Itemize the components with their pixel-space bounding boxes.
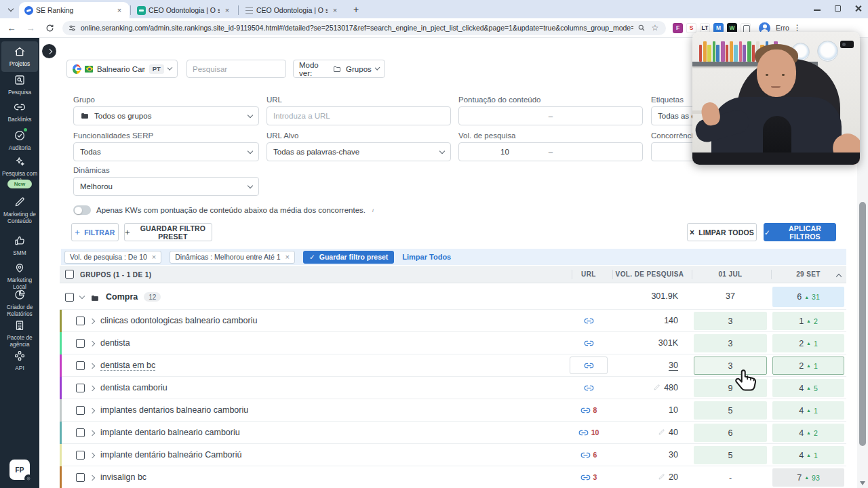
sidebar-item-backlinks[interactable]: Backlinks [0,101,39,123]
search-in-page-icon[interactable] [636,22,647,33]
keyword-text[interactable]: dentista [100,338,130,348]
group-row[interactable]: Compra 12 301.9K 37 6 ▲ 31 [60,284,846,310]
browser-menu-icon[interactable]: ⋮ [793,23,802,33]
dinamicas-select[interactable]: Melhorou [73,177,259,196]
groups-header[interactable]: GRUPOS (1 - 1 DE 1) [80,271,151,279]
tab-close-icon[interactable]: × [330,5,340,15]
view-mode-selector[interactable]: Modo ver: Grupos [293,60,385,78]
table-row[interactable]: implante dentario balneario camboriu1040… [60,422,846,444]
keyword-text[interactable]: implante dentário balneário Camboriú [100,450,241,460]
position-jul-cell[interactable]: 3 [694,312,767,330]
table-row[interactable]: dentista301K32▲1 [60,332,846,354]
chevron-down-icon[interactable] [79,293,85,298]
extension-icon-f[interactable]: F [673,23,683,33]
sidebar-item-auditoria[interactable]: Auditoria [0,129,39,152]
position-set-cell[interactable]: 7▲93 [772,468,844,487]
chip-remove-icon[interactable]: × [152,253,156,261]
keyword-text[interactable]: dentista camboriu [100,383,167,392]
grupo-select[interactable]: Todos os grupos [73,106,259,125]
keyword-text[interactable]: clinicas odontologicas balneario cambori… [100,316,257,325]
position-jul-cell[interactable]: 6 [694,424,767,442]
url-input-box[interactable] [267,106,451,125]
col-volume[interactable]: VOL. DE PESQUISA [595,270,704,278]
table-row[interactable]: clinicas odontologicas balneario cambori… [60,310,846,332]
position-set-cell[interactable]: 4▲2 [772,424,844,442]
keyword-text[interactable]: implantes dentarios balneario camboriu [100,405,248,415]
chevron-right-icon[interactable] [90,341,95,346]
chevron-right-icon[interactable] [90,408,95,413]
chip-remove-icon[interactable]: × [285,253,290,261]
edit-pencil-icon[interactable] [653,384,660,391]
aplicar-filtros-button[interactable]: ✓APLICAR FILTROS [764,223,836,241]
row-checkbox[interactable] [76,361,85,370]
toggle-switch[interactable] [73,205,91,215]
table-row[interactable]: dentista em bc3032▲1 [60,354,846,377]
maximize-button[interactable] [827,0,848,16]
url-input[interactable] [273,112,444,120]
filter-chip[interactable]: Dinâmicas : Melhorou entre Até 1× [170,251,295,264]
position-set-cell[interactable]: 4▲1 [772,446,844,464]
table-row[interactable]: invisalign bc320-7▲93 [60,466,846,488]
row-checkbox[interactable] [76,406,85,415]
tab-close-icon[interactable]: × [115,5,124,15]
position-set-cell[interactable]: 4▲1 [772,401,844,420]
chevron-right-icon[interactable] [90,319,95,324]
limpar-todos-button[interactable]: ×LIMPAR TODOS [687,223,757,241]
guardar-preset-button[interactable]: +GUARDAR FILTRO PRESET [124,223,212,241]
sidebar-expand-button[interactable] [42,44,56,58]
scrollbar-down-arrow[interactable] [860,481,865,485]
sidebar-item-marketing-local[interactable]: Marketing Local [0,262,39,290]
chevron-right-icon[interactable] [90,430,95,436]
range-from-value[interactable]: 10 [459,143,551,161]
extension-icon-s[interactable]: S [686,23,696,33]
row-checkbox[interactable] [76,428,85,437]
filtrar-button[interactable]: +FILTRAR [71,223,119,241]
url-text[interactable]: online.seranking.com/admin.site.rankings… [81,24,633,32]
browser-tab[interactable]: SE Ranking× [19,2,130,18]
limpar-todos-link[interactable]: Limpar Todos [402,253,451,261]
new-tab-button[interactable]: + [349,3,363,16]
row-checkbox[interactable] [76,317,85,325]
sidebar-item-projetos[interactable]: Projetos [1,41,38,72]
close-button[interactable] [848,0,868,16]
row-checkbox[interactable] [76,473,85,482]
info-icon[interactable]: i [372,207,374,214]
keyword-search-box[interactable] [186,60,286,78]
edit-pencil-icon[interactable] [658,473,665,481]
position-set-cell[interactable]: 1▲2 [772,312,844,330]
settings-gear-icon[interactable] [24,474,33,483]
filter-chip[interactable]: Vol. de pesquisa : De 10× [64,251,161,264]
site-info-icon[interactable] [68,24,77,33]
bookmark-star-icon[interactable]: ☆ [650,22,660,33]
guardar-filtro-preset-chip-button[interactable]: ✓Guardar filtro preset [303,251,394,264]
sidebar-item-smm[interactable]: SMM [0,235,39,257]
url-alvo-select[interactable]: Todas as palavras-chave [267,142,451,161]
chevron-right-icon[interactable] [90,363,95,369]
forward-button[interactable]: → [23,20,38,35]
scrollbar-thumb[interactable] [859,202,866,446]
chevron-right-icon[interactable] [90,453,95,458]
position-jul-cell[interactable]: - [694,468,767,487]
tab-close-icon[interactable]: × [222,5,232,15]
browser-tab[interactable]: CEO Odontologia | O seu Denti× [132,2,237,18]
col-date-jul[interactable]: 01 JUL [694,270,767,278]
table-row[interactable]: implantes dentarios balneario camboriu81… [60,399,846,422]
row-checkbox[interactable] [76,451,85,460]
position-jul-cell[interactable]: 5 [694,446,767,464]
sidebar-item-marketing-de-conte-do[interactable]: Marketing de Conteúdo [0,196,39,224]
chevron-right-icon[interactable] [90,386,95,391]
sidebar-item-pacote-de-ag-ncia[interactable]: Pacote de agência [0,319,39,348]
select-all-checkbox[interactable] [65,270,74,279]
minimize-button[interactable] [807,0,827,16]
edit-pencil-icon[interactable] [658,428,665,436]
sidebar-item-criador-de-relat-rios[interactable]: Criador de Relatórios [0,289,39,317]
back-button[interactable]: ← [4,20,19,35]
keyword-text[interactable]: invisalign bc [100,472,146,482]
tab-search-icon[interactable] [4,3,18,16]
position-jul-cell[interactable]: 3 [694,334,767,352]
table-row[interactable]: dentista camboriu48094▲5 [60,377,846,399]
keyword-text[interactable]: dentista em bc [100,361,155,371]
group-set-value[interactable]: 6 ▲ 31 [772,287,844,307]
vol-range-input[interactable]: 10 – [458,142,643,161]
chevron-right-icon[interactable] [90,475,95,481]
